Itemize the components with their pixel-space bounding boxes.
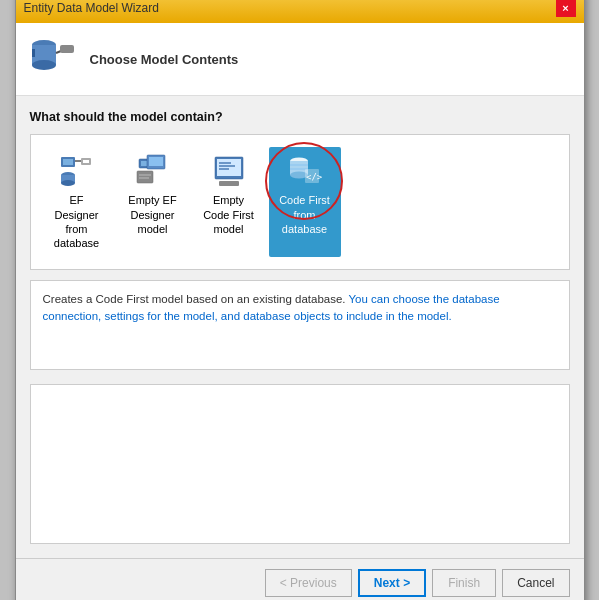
cancel-button[interactable]: Cancel [502,569,569,597]
svg-rect-26 [219,181,239,186]
svg-text:</>: </> [306,172,323,182]
option-empty-code-first[interactable]: Empty Code First model [193,147,265,256]
next-button[interactable]: Next > [358,569,426,597]
ef-designer-label: EF Designer from database [49,193,105,250]
svg-rect-17 [149,157,163,166]
options-container: EF Designer from database Empty EF Desig… [30,134,570,269]
title-bar: Entity Data Model Wizard × [16,0,584,23]
svg-rect-30 [290,164,308,166]
svg-rect-4 [60,45,74,53]
empty-ef-designer-label: Empty EF Designer model [125,193,181,236]
svg-point-2 [32,60,56,70]
spacer-area [30,384,570,544]
svg-rect-5 [32,49,35,57]
question-label: What should the model contain? [30,110,570,124]
option-empty-ef-designer[interactable]: Empty EF Designer model [117,147,189,256]
svg-point-10 [61,180,75,186]
main-area: What should the model contain? EF Design… [16,96,584,557]
code-first-database-label: Code First from database [277,193,333,236]
svg-rect-7 [63,159,73,165]
option-ef-designer[interactable]: EF Designer from database [41,147,113,256]
description-text: Creates a Code First model based on an e… [43,293,500,322]
ef-designer-icon [59,153,95,189]
wizard-window: Entity Data Model Wizard × Choose Model … [15,0,585,600]
header-title: Choose Model Contents [90,52,239,67]
empty-code-first-label: Empty Code First model [201,193,257,236]
wizard-icon [28,35,76,83]
previous-button[interactable]: < Previous [265,569,352,597]
footer: < Previous Next > Finish Cancel [16,558,584,600]
svg-rect-18 [137,171,153,183]
description-box: Creates a Code First model based on an e… [30,280,570,370]
window-title: Entity Data Model Wizard [24,1,159,15]
svg-rect-13 [83,160,89,163]
empty-ef-designer-icon [135,153,171,189]
svg-rect-22 [217,159,241,176]
finish-button[interactable]: Finish [432,569,496,597]
empty-code-first-icon [211,153,247,189]
close-button[interactable]: × [556,0,576,17]
header-area: Choose Model Contents [16,23,584,96]
code-first-database-icon: </> [287,153,323,189]
option-code-first-database[interactable]: </> Code First from database [269,147,341,256]
